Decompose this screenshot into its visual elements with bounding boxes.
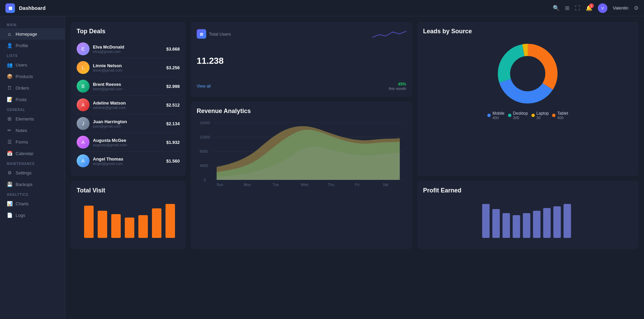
sidebar-item-posts[interactable]: 📝Posts [0,94,65,105]
deal-avatar: J [77,117,90,130]
sidebar-item-backups[interactable]: 💾Backups [0,179,65,190]
username: Valentin [613,5,628,11]
notes-icon: ✏ [7,128,12,133]
sidebar-section-main: MAIN [0,20,65,28]
deal-email: augusta@gmail.com [93,143,163,147]
legend-desktop: Desktop 300 [508,111,528,120]
sidebar-label-calendar: Calendar [16,151,34,156]
deal-amount: $3.256 [166,65,180,70]
deal-email: adeline@gmail.com [93,106,163,110]
revenue-title: Revenue Analytics [197,108,406,115]
tablet-dot [552,114,555,117]
sidebar-label-users: Users [16,62,27,68]
sidebar-label-forms: Forms [16,139,28,145]
deal-email: juan@gmail.com [93,124,163,128]
sidebar-label-orders: Orders [16,86,29,91]
svg-rect-37 [563,204,571,238]
settings-icon: ⚙ [7,170,12,175]
sidebar-item-products[interactable]: 📦Products [0,71,65,82]
sidebar-item-profile[interactable]: 👤Profile [0,40,65,51]
svg-rect-5 [84,206,94,238]
sidebar-label-logs: Logs [16,213,25,218]
svg-text:Wed: Wed [301,183,308,187]
laptop-dot [531,114,535,117]
avatar[interactable]: V [598,3,607,13]
svg-rect-32 [512,215,520,238]
svg-text:Sat: Sat [383,183,389,187]
tablet-label: Tablet [557,111,568,116]
deal-info: Juan Harringtonjuan@gmail.com [93,119,163,128]
legend-tablet: Tablet 400 [552,111,568,120]
sidebar-item-users[interactable]: 👥Users [0,59,65,71]
deal-name: Augusta McGee [93,138,163,143]
bell-icon[interactable]: 🔔 [586,5,592,11]
sidebar-item-homepage[interactable]: ⌂Homepage [0,28,65,40]
sidebar-label-posts: Posts [16,97,27,102]
svg-text:0: 0 [204,178,206,182]
revenue-chart: 16000 12000 8000 4000 0 Sun Mon Tue Wed … [197,119,406,187]
sidebar-item-notes[interactable]: ✏Notes [0,125,65,136]
stat-icon-users: ▦ [197,29,206,39]
sidebar-item-forms[interactable]: ☰Forms [0,136,65,148]
charts-icon: 📊 [7,201,12,206]
main-content: Top Deals EElva McDonaldelva@gmail.com$3… [65,16,644,319]
leads-donut-container [423,40,633,108]
sidebar-item-settings[interactable]: ⚙Settings [0,167,65,179]
orders-icon: 🗒 [7,85,12,91]
sidebar-item-calendar[interactable]: 📅Calendar [0,148,65,159]
laptop-label: Laptop [536,111,549,116]
sidebar-item-charts[interactable]: 📊Charts [0,198,65,209]
svg-rect-29 [482,204,489,238]
deal-name: Brent Reeves [93,82,163,87]
desktop-label: Desktop [513,111,528,116]
legend-mobile: Mobile 400 [487,111,504,120]
sidebar-label-settings: Settings [16,170,32,175]
sidebar-item-logs[interactable]: 📄Logs [0,209,65,221]
deal-amount: $1.560 [166,158,180,164]
svg-rect-34 [533,211,540,238]
deal-name: Linnie Nelson [93,63,163,68]
stat-pct-users: 45% [389,82,406,87]
deal-name: Elva McDonald [93,44,163,50]
sidebar-label-homepage: Homepage [16,32,37,37]
svg-rect-10 [152,208,161,238]
gear-icon[interactable]: ⚙ [634,5,639,11]
fullscreen-icon[interactable]: ⛶ [575,5,580,11]
profit-chart [423,199,633,243]
deal-info: Adeline Watsonadeline@gmail.com [93,100,163,110]
users-icon: 👥 [7,62,12,68]
sidebar-item-elements[interactable]: ⊞Elements [0,113,65,125]
tablet-count: 400 [557,116,568,120]
sidebar-item-orders[interactable]: 🗒Orders [0,82,65,94]
deal-amount: $2.998 [166,84,180,89]
desktop-dot [508,114,511,117]
svg-rect-35 [543,208,550,238]
deal-info: Linnie Nelsonlinnie@gmail.com [93,63,163,72]
logs-icon: 📄 [7,212,12,218]
top-deals-card: Top Deals EElva McDonaldelva@gmail.com$3… [71,22,186,176]
laptop-count: 30 [536,116,549,120]
stat-month-users: this month [389,87,406,91]
topbar-icons: 🔍 ⊞ ⛶ 🔔 V Valentin ⚙ [553,3,639,13]
deal-info: Elva McDonaldelva@gmail.com [93,44,163,54]
deal-avatar: L [77,61,90,74]
sidebar-label-elements: Elements [16,116,34,121]
sidebar-label-notes: Notes [16,128,27,133]
total-visit-chart [77,199,180,243]
search-icon[interactable]: 🔍 [553,5,560,11]
svg-rect-31 [502,213,510,238]
sidebar-label-products: Products [16,74,33,79]
deal-amount: $2.512 [166,102,180,108]
view-all-users[interactable]: View all [197,84,211,89]
mobile-count: 400 [492,116,504,120]
calendar-icon: 📅 [7,151,12,156]
leads-donut-chart [494,40,562,108]
deal-amount: $2.134 [166,121,180,126]
mobile-dot [487,114,491,117]
deal-amount: $1.932 [166,140,180,145]
homepage-icon: ⌂ [7,31,12,37]
grid-icon[interactable]: ⊞ [565,5,569,11]
deal-name: Adeline Watson [93,100,163,106]
deal-name: Angel Thomas [93,156,163,162]
deal-amount: $3.668 [166,46,180,52]
